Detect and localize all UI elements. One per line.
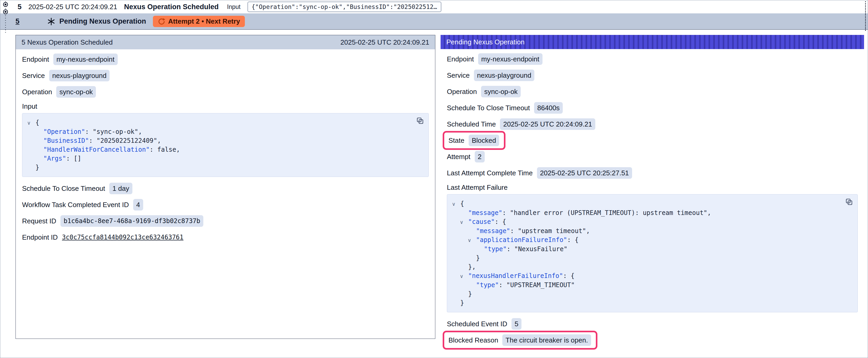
field-row: Workflow Task Completed Event ID4: [22, 199, 429, 210]
code-line-text: "BusinessID": "20250225122409",: [43, 137, 161, 144]
field-row: Endpointmy-nexus-endpoint: [22, 54, 429, 65]
code-line: "message": "handler error (UPSTREAM_TIME…: [452, 208, 839, 217]
code-line: ∨"nexusHandlerFailureInfo": {: [452, 271, 839, 281]
event-title: Nexus Operation Scheduled: [124, 3, 219, 11]
field-label: Request ID: [22, 217, 56, 225]
code-line-text: "message": "upstream timeout",: [476, 227, 590, 235]
field-row: Schedule To Close Timeout1 day: [22, 183, 429, 194]
field-row: Operationsync-op-ok: [447, 86, 858, 97]
event-id[interactable]: 5: [18, 3, 22, 11]
scheduled-panel-title: 5 Nexus Operation Scheduled: [22, 38, 113, 46]
timeline-dotted-line-right: [865, 1, 866, 31]
field-label: Service: [447, 71, 470, 79]
code-line: }: [27, 163, 410, 172]
field-value-badge: 2025-02-25 UTC 20:25:27.51: [537, 167, 632, 179]
field-row: Scheduled Time2025-02-25 UTC 20:24:09.21: [447, 118, 858, 130]
failure-codeblock: ∨{"message": "handler error (UPSTREAM_TI…: [447, 194, 858, 312]
code-line-text: "Operation": "sync-op-ok",: [43, 128, 142, 135]
code-line-text: }: [476, 254, 480, 262]
field-label: Operation: [22, 88, 52, 96]
field-row: Endpointmy-nexus-endpoint: [447, 53, 858, 65]
field-value-badge: my-nexus-endpoint: [53, 54, 118, 65]
input-codeblock: ∨{"Operation": "sync-op-ok","BusinessID"…: [22, 113, 429, 177]
code-line: }: [452, 254, 839, 262]
code-line-text: }: [460, 299, 464, 306]
code-line: "Operation": "sync-op-ok",: [27, 127, 410, 136]
copy-button[interactable]: [845, 198, 853, 206]
json-viewer: ∨{"message": "handler error (UPSTREAM_TI…: [452, 199, 839, 307]
field-label: State: [448, 136, 464, 144]
retry-attempt-badge: Attempt 2 • Next Retry: [153, 16, 245, 27]
json-viewer: ∨{"Operation": "sync-op-ok","BusinessID"…: [27, 118, 410, 172]
scheduled-event-detail-panel: 5 Nexus Operation Scheduled 2025-02-25 U…: [16, 35, 435, 339]
code-line-text: "applicationFailureInfo": {: [476, 236, 579, 243]
field-label: Endpoint: [22, 55, 49, 64]
refresh-icon: [158, 18, 165, 26]
pending-operation-title: Pending Nexus Operation: [59, 17, 146, 26]
field-row: StateBlocked: [447, 135, 858, 146]
nexus-asterisk-icon: [47, 17, 56, 26]
code-line-text: "cause": {: [468, 218, 506, 225]
code-line: ∨"cause": {: [452, 217, 839, 227]
field-row: Attempt2: [447, 151, 858, 162]
field-list: Scheduled Event ID5Blocked ReasonThe cir…: [447, 318, 858, 346]
code-line: ∨{: [27, 118, 410, 127]
code-line: "Args": []: [27, 154, 410, 163]
field-value-badge: 2: [475, 151, 485, 162]
field-row: Servicenexus-playground: [447, 70, 858, 81]
field-row: Endpoint ID3c0c75ccfa8144b092c13ce632463…: [22, 231, 429, 243]
field-label: Workflow Task Completed Event ID: [22, 201, 129, 209]
code-line: "type": "NexusFailure": [452, 245, 839, 254]
field-value-badge: Blocked: [469, 135, 499, 146]
input-label: Input: [227, 3, 240, 10]
pending-operation-detail-panel: Pending Nexus Operation Endpointmy-nexus…: [440, 35, 864, 356]
field-list: Endpointmy-nexus-endpointServicenexus-pl…: [447, 53, 858, 179]
event-id-link[interactable]: 5: [16, 17, 20, 26]
code-line-text: "Args": []: [43, 155, 82, 162]
code-line-text: "message": "handler error (UPSTREAM_TIME…: [468, 209, 711, 217]
code-line-text: }: [468, 290, 472, 298]
copy-icon: [416, 122, 424, 126]
code-line-text: "HandlerWaitForCancellation": false,: [43, 146, 180, 153]
collapse-chevron-icon[interactable]: ∨: [460, 272, 468, 281]
copy-icon: [845, 203, 853, 207]
field-value-badge: nexus-playground: [474, 70, 535, 81]
collapse-chevron-icon[interactable]: ∨: [468, 236, 476, 245]
workflow-event-history-view: 5 2025-02-25 UTC 20:24:09.21 Nexus Opera…: [0, 0, 868, 358]
field-list: Schedule To Close Timeout1 dayWorkflow T…: [22, 183, 429, 243]
event-timestamp: 2025-02-25 UTC 20:24:09.21: [28, 3, 117, 11]
scheduled-panel-header: 5 Nexus Operation Scheduled 2025-02-25 U…: [16, 35, 435, 50]
input-payload-preview[interactable]: {"Operation":"sync-op-ok","BusinessID":"…: [247, 2, 441, 12]
field-label: Schedule To Close Timeout: [22, 185, 105, 193]
copy-button[interactable]: [416, 117, 424, 125]
field-row: Blocked ReasonThe circuit breaker is ope…: [447, 334, 858, 346]
timeline-node-icons: [1, 1, 13, 33]
field-value-badge: 4: [133, 199, 143, 210]
field-value-badge: sync-op-ok: [481, 86, 521, 97]
event-row-nexus-operation-scheduled[interactable]: 5 2025-02-25 UTC 20:24:09.21 Nexus Opera…: [0, 0, 868, 13]
field-label: Scheduled Event ID: [447, 320, 507, 328]
field-value-badge: my-nexus-endpoint: [478, 53, 542, 65]
code-line: "type": "UPSTREAM_TIMEOUT": [452, 281, 839, 290]
code-line: },: [452, 262, 839, 271]
code-line: }: [452, 290, 839, 298]
field-value-link[interactable]: 3c0c75ccfa8144b092c13ce632463761: [62, 233, 183, 241]
pending-panel-title: Pending Nexus Operation: [446, 38, 525, 46]
field-value-badge: The circuit breaker is open.: [502, 334, 591, 346]
collapse-chevron-icon[interactable]: ∨: [27, 118, 35, 127]
field-label: Last Attempt Complete Time: [447, 169, 533, 177]
field-value-badge: b1c6a4bc-8ee7-468a-9169-df3b02c8737b: [60, 215, 203, 227]
field-label: Endpoint: [447, 55, 474, 63]
collapse-chevron-icon[interactable]: ∨: [460, 218, 468, 227]
pending-nexus-operation-row[interactable]: 5 Pending Nexus Operation Attempt 2 • Ne…: [0, 13, 868, 30]
annotation-highlight: StateBlocked: [443, 131, 505, 150]
event-detail-area: 5 Nexus Operation Scheduled 2025-02-25 U…: [0, 30, 868, 356]
annotation-highlight: Blocked ReasonThe circuit breaker is ope…: [443, 331, 597, 350]
code-line-text: },: [468, 263, 476, 270]
field-value-badge: 5: [512, 318, 522, 330]
code-line-text: "nexusHandlerFailureInfo": {: [468, 272, 575, 280]
pending-panel-header: Pending Nexus Operation: [440, 35, 864, 49]
scheduled-panel-timestamp: 2025-02-25 UTC 20:24:09.21: [340, 38, 429, 46]
collapse-chevron-icon[interactable]: ∨: [452, 199, 460, 208]
code-line-text: }: [35, 164, 39, 171]
